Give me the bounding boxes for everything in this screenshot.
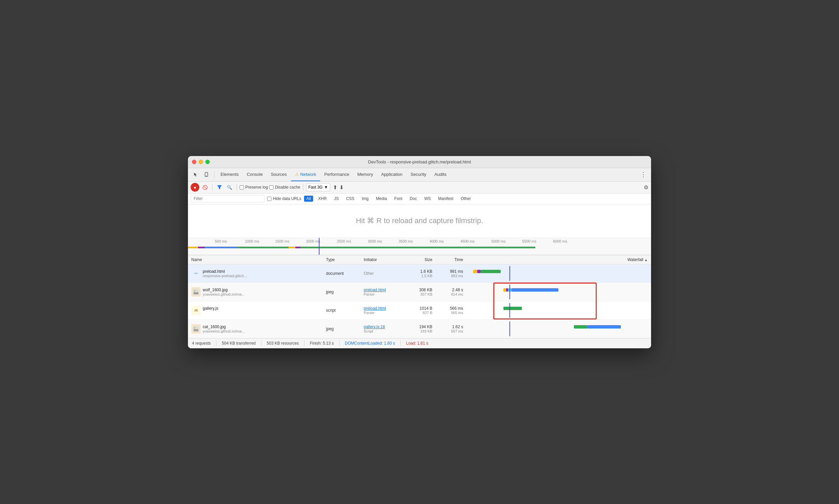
toolbar: ● 🚫 🔍 Preserve log Disable cache Fast 3G [188, 182, 651, 194]
status-bar: 4 requests 504 KB transferred 503 KB res… [188, 338, 651, 348]
svg-point-4 [194, 290, 195, 292]
file-icon-jpeg-2 [191, 324, 201, 334]
close-button[interactable] [192, 160, 196, 164]
type-cell: script [323, 301, 360, 320]
filter-type-font[interactable]: Font [392, 196, 405, 202]
initiator-cell: Other [360, 264, 405, 283]
tab-performance[interactable]: Performance [320, 168, 353, 181]
initiator-cell: gallery.js:18 Script [360, 320, 405, 338]
status-divider-5 [400, 341, 401, 346]
col-initiator[interactable]: Initiator [360, 255, 405, 264]
filter-type-other[interactable]: Other [459, 196, 473, 202]
table-row[interactable]: wolf_1600.jpg yoavweiss.github.io/ima...… [188, 283, 651, 301]
time-cell: 991 ms 983 ms [435, 264, 466, 283]
status-divider-4 [339, 341, 340, 346]
tick-500: 500 ms [215, 239, 227, 243]
filter-type-manifest[interactable]: Manifest [436, 196, 456, 202]
record-button[interactable]: ● [191, 183, 199, 192]
nav-tabs: Elements Console Sources ⚠ Network Perfo… [188, 168, 651, 182]
col-waterfall[interactable]: Waterfall ▲ [466, 255, 651, 264]
sort-arrow-icon: ▲ [644, 258, 648, 262]
filename-secondary: responsive-preload.glitch... [203, 274, 247, 278]
filename-primary: preload.html [203, 269, 247, 274]
tick-3500: 3500 ms [399, 239, 413, 243]
more-options-icon[interactable]: ⋮ [638, 169, 648, 180]
hide-data-urls-checkbox[interactable]: Hide data URLs [267, 196, 301, 201]
tab-sources[interactable]: Sources [267, 168, 291, 181]
col-size[interactable]: Size [405, 255, 436, 264]
tab-elements[interactable]: Elements [216, 168, 243, 181]
filter-input[interactable] [191, 195, 265, 202]
maximize-button[interactable] [206, 160, 210, 164]
network-table: Name Type Initiator Size Time [188, 255, 651, 338]
tab-audits[interactable]: Audits [430, 168, 450, 181]
tick-5500: 5500 ms [522, 239, 536, 243]
filter-type-img[interactable]: Img [359, 196, 371, 202]
filter-type-css[interactable]: CSS [344, 196, 357, 202]
tab-security[interactable]: Security [406, 168, 430, 181]
network-table-wrapper: Name Type Initiator Size Time [188, 255, 651, 338]
size-cell: 194 KB 193 KB [405, 320, 436, 338]
filter-type-xhr[interactable]: XHR [316, 196, 329, 202]
cursor-icon[interactable] [191, 169, 201, 180]
file-icon-js: JS [191, 306, 201, 315]
settings-icon[interactable]: ⚙ [644, 184, 648, 191]
upload-icon[interactable]: ⬆ [333, 184, 337, 191]
table-header-row: Name Type Initiator Size Time [188, 255, 651, 264]
filter-type-ws[interactable]: WS [422, 196, 433, 202]
type-cell: jpeg [323, 320, 360, 338]
tab-network[interactable]: ⚠ Network [291, 168, 321, 181]
filename-primary: cat_1600.jpg [203, 324, 245, 329]
waterfall-cell-2 [466, 283, 651, 301]
col-name[interactable]: Name [188, 255, 323, 264]
download-icon[interactable]: ⬇ [339, 184, 344, 191]
col-type[interactable]: Type [323, 255, 360, 264]
filter-type-doc[interactable]: Doc [407, 196, 419, 202]
tab-application[interactable]: Application [377, 168, 407, 181]
filename-primary: wolf_1600.jpg [203, 288, 245, 292]
devtools-body: Elements Console Sources ⚠ Network Perfo… [188, 168, 651, 348]
throttle-dropdown[interactable]: Fast 3G ▼ [306, 183, 331, 191]
table-row[interactable]: cat_1600.jpg yoavweiss.github.io/ima... … [188, 320, 651, 338]
filter-icon[interactable] [215, 183, 224, 192]
titlebar: DevTools - responsive-preload.glitch.me/… [188, 156, 651, 168]
filter-bar: Hide data URLs All XHR JS CSS Img Media … [188, 194, 651, 204]
svg-rect-6 [194, 329, 198, 331]
table-row[interactable]: </> preload.html responsive-preload.glit… [188, 264, 651, 283]
mobile-icon[interactable] [201, 169, 211, 180]
search-icon[interactable]: 🔍 [225, 183, 234, 192]
col-time[interactable]: Time [435, 255, 466, 264]
clear-button[interactable]: 🚫 [201, 183, 210, 192]
time-cell: 2.48 s 814 ms [435, 283, 466, 301]
minimize-button[interactable] [199, 160, 203, 164]
filename-secondary: yoavweiss.github.io/ima... [203, 292, 245, 296]
name-cell: </> preload.html responsive-preload.glit… [188, 264, 323, 283]
toolbar-divider-1 [212, 184, 212, 191]
tick-2500: 2500 ms [337, 239, 351, 243]
filter-type-media[interactable]: Media [374, 196, 389, 202]
table-row[interactable]: JS gallery.js script preload.html [188, 301, 651, 320]
window-title: DevTools - responsive-preload.glitch.me/… [368, 159, 471, 164]
filter-type-all[interactable]: All [304, 196, 313, 202]
requests-count: 4 requests [192, 341, 211, 346]
disable-cache-checkbox[interactable]: Disable cache [269, 185, 300, 190]
tick-5000: 5000 ms [491, 239, 505, 243]
network-warning-icon: ⚠ [295, 172, 299, 177]
initiator-cell: preload.html Parser [360, 301, 405, 320]
tab-console[interactable]: Console [243, 168, 267, 181]
filename-primary: gallery.js [203, 306, 218, 311]
nav-divider-1 [214, 171, 214, 178]
finish-time: Finish: 5.13 s [310, 341, 334, 346]
status-divider-2 [261, 341, 262, 346]
devtools-window: DevTools - responsive-preload.glitch.me/… [188, 156, 651, 348]
time-cell: 566 ms 565 ms [435, 301, 466, 320]
size-cell: 1014 B 827 B [405, 301, 436, 320]
preserve-log-checkbox[interactable]: Preserve log [239, 185, 268, 190]
size-cell: 308 KB 307 KB [405, 283, 436, 301]
filter-type-js[interactable]: JS [332, 196, 341, 202]
tick-6000: 6000 ms [553, 239, 567, 243]
transferred-size: 504 KB transferred [222, 341, 256, 346]
toolbar-divider-2 [237, 184, 237, 191]
tab-memory[interactable]: Memory [353, 168, 377, 181]
import-export-buttons: ⬆ ⬇ [333, 184, 344, 191]
